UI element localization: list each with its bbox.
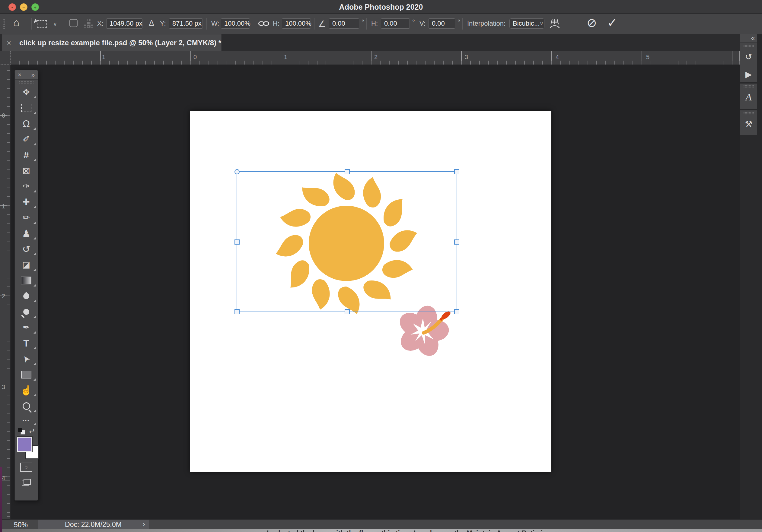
default-colors-icon[interactable] xyxy=(18,428,26,435)
well-grip[interactable] xyxy=(743,45,754,47)
ruler-label: 2 xyxy=(2,293,5,300)
ruler-label: 1 xyxy=(102,54,105,61)
palette-grip[interactable] xyxy=(19,81,34,84)
ruler-origin[interactable] xyxy=(0,51,11,65)
swap-colors-icon[interactable]: ⇄ xyxy=(29,427,35,435)
v-skew-input[interactable]: 0.00 xyxy=(428,18,455,29)
document-tab[interactable]: × click up resize example file.psd @ 50%… xyxy=(2,34,222,51)
transform-options-bar: ⌂ ∨ X: 1049.50 px Δ Y: 871.50 px W: 100.… xyxy=(0,14,762,34)
type-tool[interactable]: T xyxy=(15,335,38,351)
rectangular-marquee-tool[interactable] xyxy=(15,100,38,116)
brush-tool[interactable]: ✏ xyxy=(15,210,38,226)
quick-mask-icon: ◌ xyxy=(20,463,32,472)
collapse-palette-icon[interactable]: » xyxy=(32,72,35,78)
screen-mode-button[interactable] xyxy=(15,475,38,490)
eyedropper-tool[interactable]: ✑ xyxy=(15,178,38,194)
height-scale-input[interactable]: 100.00% xyxy=(282,18,311,29)
play-icon: ▶ xyxy=(745,69,752,79)
well-grip[interactable] xyxy=(743,112,754,115)
object-selection-tool[interactable]: ✐ xyxy=(15,131,38,147)
zoom-level-field[interactable]: 50% xyxy=(14,521,28,529)
flyout-triangle-icon xyxy=(34,394,36,396)
flyout-triangle-icon xyxy=(34,331,36,334)
divider xyxy=(366,18,367,30)
v-skew-label: V: xyxy=(419,20,425,28)
transform-bounding-box[interactable] xyxy=(237,171,457,312)
foreground-color-swatch[interactable] xyxy=(17,437,32,452)
crop-tool[interactable]: # xyxy=(15,147,38,163)
move-tool[interactable]: ✥ xyxy=(15,85,38,100)
home-icon[interactable]: ⌂ xyxy=(13,17,20,28)
h-skew-input[interactable]: 0.00 xyxy=(381,18,410,29)
divider xyxy=(568,18,568,30)
ruler-label: 4 xyxy=(2,475,5,482)
hand-tool[interactable]: ☝ xyxy=(15,382,38,398)
ruler-label: 2 xyxy=(374,54,378,61)
panel-well-glyphs: A xyxy=(740,84,757,109)
rectangle-tool[interactable] xyxy=(15,367,38,382)
close-palette-icon[interactable]: × xyxy=(18,72,22,78)
tool-preset-chevron-icon[interactable]: ∨ xyxy=(53,21,57,28)
gradient-tool-icon xyxy=(21,277,32,284)
y-position-input[interactable]: 871.50 px xyxy=(169,18,203,29)
history-icon: ↺ xyxy=(745,52,752,62)
close-tab-icon[interactable]: × xyxy=(7,38,11,48)
hand-tool-icon: ☝ xyxy=(20,385,32,395)
transform-handle-top-middle[interactable] xyxy=(344,169,350,174)
path-selection-tool[interactable]: ➤ xyxy=(15,351,38,367)
pen-tool[interactable]: ✒ xyxy=(15,320,38,335)
transform-handle-bottom-middle[interactable] xyxy=(344,309,350,314)
toggle-reference-point-checkbox[interactable] xyxy=(69,19,78,27)
frame-tool[interactable]: ⊠ xyxy=(15,163,38,178)
history-brush-tool[interactable]: ↺ xyxy=(15,241,38,257)
flyout-triangle-icon xyxy=(34,190,36,192)
transform-handle-middle-right[interactable] xyxy=(454,239,459,244)
lasso-tool[interactable]: Ω xyxy=(15,116,38,131)
gradient-tool[interactable] xyxy=(15,273,38,288)
color-controls: ⇄ xyxy=(15,427,38,460)
cancel-transform-button[interactable]: ⊘ xyxy=(587,17,597,29)
width-scale-input[interactable]: 100.00% xyxy=(221,18,250,29)
photoshop-window: • – + Adobe Photoshop 2020 ⌂ ∨ X: 1049.5… xyxy=(0,0,762,532)
x-position-input[interactable]: 1049.50 px xyxy=(106,18,142,29)
transform-handle-bottom-right[interactable] xyxy=(454,309,459,314)
frame-tool-icon: ⊠ xyxy=(22,166,31,175)
transform-handle-middle-left[interactable] xyxy=(235,239,240,244)
commit-transform-button[interactable]: ✓ xyxy=(607,17,617,29)
tool-presets-panel-button[interactable]: ⚒ xyxy=(740,115,757,133)
spot-healing-brush-tool[interactable]: ✚ xyxy=(15,194,38,210)
blur-tool[interactable] xyxy=(15,288,38,304)
rectangle-tool-icon xyxy=(21,371,32,378)
quick-mask-button[interactable]: ◌ xyxy=(15,460,38,475)
flyout-triangle-icon xyxy=(34,112,36,114)
object-selection-tool-icon: ✐ xyxy=(23,135,30,144)
rotation-input[interactable]: 0.00 xyxy=(329,18,359,29)
move-tool-icon: ✥ xyxy=(23,88,30,97)
transform-handle-top-right[interactable] xyxy=(454,169,459,174)
transform-handle-bottom-left[interactable] xyxy=(235,309,240,314)
more-tools-button[interactable]: ••• xyxy=(15,414,38,427)
wrench-screwdriver-icon: ⚒ xyxy=(745,119,752,129)
background-page-strip: I selected the layer with the flower thi… xyxy=(0,529,762,532)
zoom-tool[interactable] xyxy=(15,398,38,414)
doc-size-field[interactable]: Doc: 22.0M/25.0M › xyxy=(38,520,149,530)
panel-well-tools: ⚒ xyxy=(740,110,757,135)
clone-stamp-tool[interactable]: ♟ xyxy=(15,226,38,241)
well-grip[interactable] xyxy=(743,85,754,88)
dodge-tool[interactable] xyxy=(15,304,38,320)
panel-well-history-actions: ↺ ▶ xyxy=(740,43,757,82)
maintain-aspect-ratio-link-icon[interactable] xyxy=(258,22,270,26)
glyphs-panel-button[interactable]: A xyxy=(740,88,757,106)
warp-mode-toggle-icon[interactable] xyxy=(549,18,561,30)
history-panel-button[interactable]: ↺ xyxy=(740,48,757,65)
eraser-tool[interactable]: ◪ xyxy=(15,257,38,273)
history-brush-tool-icon: ↺ xyxy=(22,244,31,254)
expand-panels-button[interactable]: « xyxy=(740,34,757,42)
relative-position-delta-icon[interactable]: Δ xyxy=(149,19,154,28)
transform-tool-icon xyxy=(37,20,47,28)
ruler-label: 3 xyxy=(2,384,5,391)
transform-handle-top-left[interactable] xyxy=(235,169,240,174)
actions-panel-button[interactable]: ▶ xyxy=(740,65,757,83)
interpolation-dropdown[interactable]: Bicubic... ∨ xyxy=(509,18,544,29)
reference-point-locator-icon[interactable] xyxy=(84,19,94,29)
